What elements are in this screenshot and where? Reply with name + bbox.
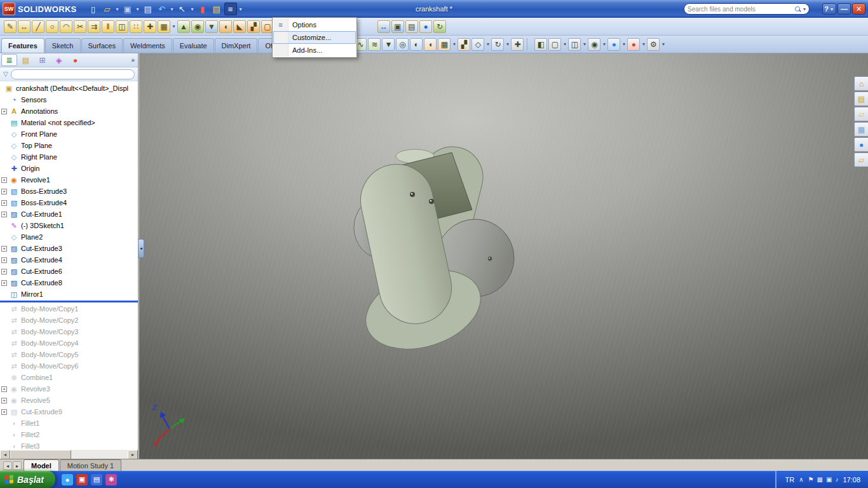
dropdown-arrow-icon[interactable]: ▾: [452, 41, 456, 47]
tree-horizontal-scrollbar[interactable]: ◂ ▸: [0, 449, 138, 459]
expand-toggle[interactable]: +: [1, 212, 7, 217]
tab-features[interactable]: Features: [1, 38, 44, 53]
undo-icon[interactable]: ↶: [156, 3, 168, 15]
linear-pattern-icon[interactable]: ▦: [438, 38, 451, 51]
solidworks-resources-icon[interactable]: ⌂: [854, 76, 868, 91]
tree-item-body-move-copy2[interactable]: ⇄Body-Move/Copy2: [0, 315, 138, 326]
extruded-cut-icon[interactable]: ▼: [382, 38, 395, 51]
browser-icon[interactable]: ●: [62, 474, 73, 485]
tree-item-fillet1[interactable]: ◖Fillet1: [0, 417, 138, 429]
measure-icon[interactable]: ↔: [377, 20, 390, 33]
rib-icon[interactable]: ▞: [458, 38, 470, 51]
configurationmanager-tab[interactable]: ⊞: [34, 54, 50, 66]
search-dropdown-icon[interactable]: ▾: [803, 6, 806, 12]
dropdown-arrow-icon[interactable]: ▾: [505, 41, 510, 47]
document-tab-motion-study-1[interactable]: Motion Study 1: [60, 459, 121, 471]
tree-filter-input[interactable]: [11, 69, 135, 79]
sketch-pattern-icon[interactable]: ∷: [130, 20, 142, 33]
tree-item-body-move-copy1[interactable]: ⇄Body-Move/Copy1: [0, 303, 138, 315]
tree-item-revolve3[interactable]: +◉Revolve3: [0, 383, 138, 395]
expand-toggle[interactable]: +: [1, 409, 7, 415]
circle-tool-icon[interactable]: ○: [46, 20, 58, 33]
tree-item-front-plane[interactable]: ◇Front Plane: [0, 128, 138, 140]
tree-item-material-not-specified[interactable]: ▤Material <not specified>: [0, 117, 138, 128]
tree-item-body-move-copy5[interactable]: ⇄Body-Move/Copy5: [0, 349, 138, 360]
edit-appearance-icon[interactable]: ●: [607, 38, 620, 51]
tab-weldments[interactable]: Weldments: [123, 38, 172, 53]
chamfer-icon[interactable]: ◣: [233, 20, 246, 33]
section-view-icon[interactable]: ◧: [534, 38, 547, 51]
extruded-cut-icon[interactable]: ▼: [205, 20, 218, 33]
featuremanager-tab[interactable]: ≣: [1, 54, 17, 66]
dropdown-arrow-icon[interactable]: ▾: [641, 41, 646, 47]
line-tool-icon[interactable]: ╱: [32, 20, 44, 33]
scroll-right-button[interactable]: ▸: [128, 450, 138, 459]
tree-item-body-move-copy6[interactable]: ⇄Body-Move/Copy6: [0, 360, 138, 372]
tree-item-fillet3[interactable]: ◖Fillet3: [0, 440, 138, 449]
hide-show-items-icon[interactable]: ◉: [588, 38, 600, 51]
rebuild-icon[interactable]: ▮: [196, 3, 209, 15]
reference-geometry-icon[interactable]: ◇: [471, 38, 484, 51]
dropdown-arrow-icon[interactable]: ▾: [170, 6, 175, 12]
open-folder-icon[interactable]: ▱: [101, 3, 114, 15]
explorer-icon[interactable]: ▤: [91, 474, 102, 485]
tree-item-right-plane[interactable]: ◇Right Plane: [0, 151, 138, 163]
expand-toggle[interactable]: +: [1, 280, 7, 286]
solidworks-icon[interactable]: ▣: [76, 474, 88, 485]
rib-icon[interactable]: ▞: [247, 20, 260, 33]
dropdown-arrow-icon[interactable]: ▾: [172, 24, 176, 29]
lofted-boss-icon[interactable]: ≋: [368, 38, 381, 51]
new-document-icon[interactable]: ▯: [87, 3, 100, 15]
expand-toggle[interactable]: +: [1, 200, 7, 206]
curves-icon[interactable]: ↻: [491, 38, 504, 51]
rollback-bar[interactable]: [0, 301, 138, 302]
revolved-boss-icon[interactable]: ◉: [191, 20, 204, 33]
tree-item-mirror1[interactable]: ◫Mirror1: [0, 288, 138, 300]
tree-item-cut-extrude9[interactable]: +▨Cut-Extrude9: [0, 406, 138, 417]
tree-item-cut-extrude6[interactable]: +▨Cut-Extrude6: [0, 266, 138, 277]
tree-item-combine1[interactable]: ⊕Combine1: [0, 372, 138, 383]
custom-properties-icon[interactable]: ▱: [854, 152, 868, 167]
tree-item-cut-extrude4[interactable]: +▨Cut-Extrude4: [0, 254, 138, 266]
expand-toggle[interactable]: +: [1, 109, 7, 114]
panel-collapse-handle[interactable]: ◂: [139, 239, 144, 258]
close-button[interactable]: ✕: [852, 3, 865, 15]
tree-item-boss-extrude3[interactable]: +▧Boss-Extrude3: [0, 186, 138, 197]
help-button[interactable]: ?▾: [822, 3, 836, 15]
tab-scroll-left-icon[interactable]: ◂: [3, 461, 12, 470]
dropdown-arrow-icon[interactable]: ▾: [829, 6, 834, 12]
extruded-boss-icon[interactable]: ▲: [177, 20, 190, 33]
apply-scene-icon[interactable]: ●: [627, 38, 640, 51]
save-icon[interactable]: ▣: [121, 3, 134, 15]
tab-dimxpert[interactable]: DimXpert: [215, 38, 258, 53]
dimxpertmanager-tab[interactable]: ◈: [51, 54, 67, 66]
print-icon[interactable]: ▤: [142, 3, 154, 15]
mass-properties-icon[interactable]: ▣: [391, 20, 404, 33]
view-palette-icon[interactable]: ▦: [854, 122, 868, 137]
web-icon[interactable]: ●: [419, 20, 432, 33]
scrollbar-track[interactable]: [10, 450, 128, 459]
revolved-cut-icon[interactable]: ◐: [410, 38, 423, 51]
dropdown-arrow-icon[interactable]: ▾: [485, 41, 490, 47]
instant3d-icon[interactable]: ✚: [511, 38, 524, 51]
scroll-left-button[interactable]: ◂: [0, 450, 10, 459]
document-tab-model[interactable]: Model: [24, 459, 59, 471]
display-settings-icon[interactable]: ▦: [817, 476, 823, 483]
menu-item-customize[interactable]: Customize...: [273, 31, 356, 44]
tree-item-body-move-copy4[interactable]: ⇄Body-Move/Copy4: [0, 337, 138, 349]
file-explorer-icon[interactable]: ▱: [854, 107, 868, 121]
view-settings-icon[interactable]: ⚙: [647, 38, 660, 51]
refresh-icon[interactable]: ↻: [433, 20, 446, 33]
search-box[interactable]: ▾: [684, 3, 810, 15]
move-entities-icon[interactable]: ✚: [144, 20, 156, 33]
display-style-icon[interactable]: ◫: [568, 38, 581, 51]
tree-item-body-move-copy3[interactable]: ⇄Body-Move/Copy3: [0, 326, 138, 337]
grid-system-icon[interactable]: ▦: [158, 20, 170, 33]
arc-tool-icon[interactable]: ◠: [60, 20, 72, 33]
dropdown-arrow-icon[interactable]: ▾: [621, 41, 626, 47]
convert-entities-icon[interactable]: ⇉: [88, 20, 100, 33]
appearances-scenes-icon[interactable]: ●: [854, 137, 868, 152]
tree-item-cut-extrude1[interactable]: +▨Cut-Extrude1: [0, 208, 138, 220]
offset-entities-icon[interactable]: ‖: [102, 20, 114, 33]
expand-toggle[interactable]: +: [1, 398, 7, 403]
